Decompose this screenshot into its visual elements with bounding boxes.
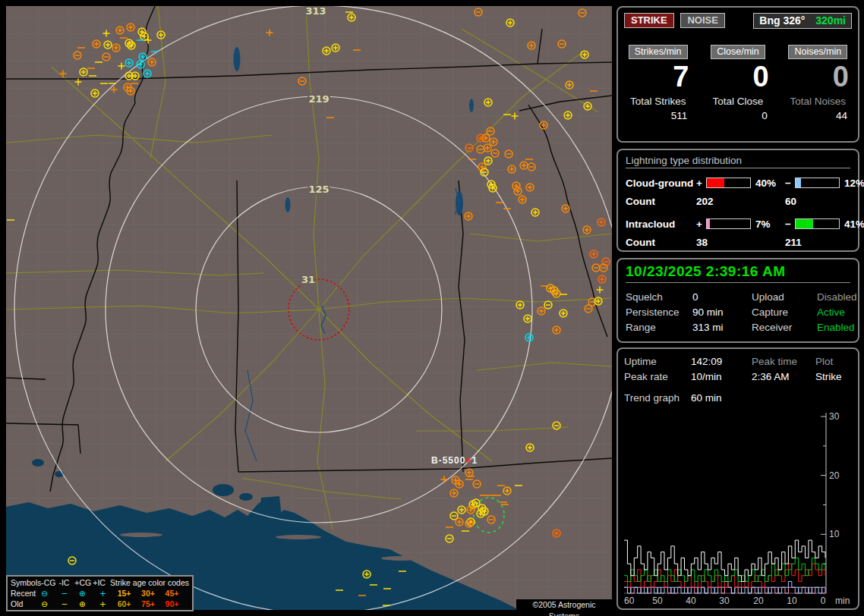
ring-label-31: 31 [301, 274, 315, 285]
age-15: 15+ [118, 589, 141, 598]
total-noises-value: 44 [784, 110, 852, 121]
legend-old-label: Old [11, 599, 41, 608]
strikes-per-min-value: 7 [624, 59, 692, 94]
receiver-status: Enabled [817, 322, 855, 333]
peak-rate-value: 10/min [691, 371, 752, 382]
ic-positive-bar [706, 218, 751, 229]
ic-count-label: Count [626, 237, 696, 248]
close-per-min-button[interactable]: Close/min [711, 45, 765, 59]
x-tick-60: 60 [624, 596, 635, 605]
trend-panel: Uptime 142:09 Peak time Plot Peak rate 1… [616, 347, 859, 610]
legend-neg-ic-label: -IC [58, 578, 74, 587]
trend-graph: 30 20 10 60 50 40 30 20 10 0 min [623, 404, 855, 605]
cg-plus-old-icon: ⊕ [79, 599, 99, 608]
x-tick-0: 0 [821, 596, 826, 605]
plot-mode-value: Strike [815, 371, 852, 382]
datetime-display: 10/23/2025 2:39:16 AM [626, 263, 850, 283]
cg-negative-bar [795, 178, 840, 188]
ic-minus-old-icon: − [61, 599, 79, 608]
persistence-label: Persistence [626, 306, 692, 318]
upload-status: Disabled [817, 291, 857, 303]
ic-plus-old-icon: + [99, 599, 118, 608]
ic-negative-pct: 41% [840, 218, 864, 230]
x-tick-10: 10 [787, 596, 797, 605]
squelch-label: Squelch [626, 291, 692, 303]
legend-pos-cg-label: +CG [74, 578, 93, 587]
receiver-label: Receiver [752, 322, 817, 333]
bearing-value: Bng 326° [759, 14, 805, 27]
plot-label: Plot [815, 356, 852, 367]
total-strikes-value: 511 [624, 110, 692, 121]
cg-count-label: Count [626, 196, 696, 207]
capture-label: Capture [752, 306, 817, 318]
age-30: 30+ [141, 589, 165, 598]
ic-negative-bar [795, 218, 840, 229]
ic-plus-recent-icon: + [99, 589, 118, 598]
noises-per-min-button[interactable]: Noises/min [788, 45, 847, 59]
intracloud-label: Intracloud [626, 218, 696, 230]
storm-cell-label: B-5500+1 [431, 455, 478, 466]
ic-positive-count: 38 [696, 237, 785, 248]
peak-rate-label: Peak rate [624, 371, 691, 382]
symbol-legend: Symbols -CG -IC +CG +IC Strike age color… [6, 575, 194, 611]
map-graphics: 313 219 125 31 [6, 6, 612, 610]
noise-mode-button[interactable]: NOISE [680, 13, 724, 28]
x-tick-20: 20 [753, 596, 764, 605]
range-value: 313 mi [692, 322, 752, 333]
ic-minus-recent-icon: − [61, 589, 79, 598]
cloud-ground-label: Cloud-ground [626, 178, 696, 189]
age-60: 60+ [118, 599, 141, 608]
trend-graph-label: Trend graph [624, 392, 691, 404]
close-per-min-value: 0 [704, 59, 771, 94]
cg-positive-count: 202 [696, 196, 785, 207]
cg-plus-recent-icon: ⊕ [79, 589, 99, 598]
plus-sign: + [696, 218, 706, 230]
x-tick-50: 50 [652, 596, 663, 605]
cg-minus-recent-icon: ⊖ [41, 589, 61, 598]
ring-label-313: 313 [305, 6, 326, 17]
squelch-value: 0 [692, 291, 752, 303]
uptime-value: 142:09 [691, 356, 752, 367]
cg-minus-old-icon: ⊖ [41, 599, 61, 608]
capture-status: Active [817, 306, 850, 318]
strike-counters-panel: STRIKE NOISE Bng 326° 320mi Strikes/min … [616, 6, 859, 143]
minus-sign: − [785, 218, 795, 230]
range-label: Range [626, 322, 692, 333]
ring-label-125: 125 [308, 184, 329, 195]
legend-neg-cg-label: -CG [41, 578, 58, 587]
bearing-range-value: 320mi [815, 14, 846, 27]
ic-negative-count: 211 [785, 237, 850, 248]
total-close-label: Total Close [704, 96, 771, 107]
age-45: 45+ [166, 589, 189, 598]
minus-sign: − [785, 178, 795, 189]
bearing-readout: Bng 326° 320mi [753, 13, 852, 29]
ic-positive-pct: 7% [752, 218, 785, 230]
legend-age-codes-label: Strike age color codes [109, 578, 189, 587]
ring-label-219: 219 [308, 93, 329, 105]
cg-negative-pct: 12% [840, 178, 864, 189]
copyright-text: ©2005 Astrogenic Systems [516, 599, 612, 611]
cg-negative-count: 60 [785, 196, 850, 207]
noises-per-min-value: 0 [784, 59, 852, 94]
plus-sign: + [696, 178, 706, 189]
upload-label: Upload [752, 291, 817, 303]
legend-pos-ic-label: +IC [93, 578, 109, 587]
age-75: 75+ [141, 599, 165, 608]
persistence-value: 90 min [692, 306, 752, 318]
peak-time-label: Peak time [752, 356, 815, 367]
map-canvas[interactable]: 313 219 125 31 B-5500+1 Symbols -CG -IC … [6, 6, 612, 610]
strikes-per-min-button[interactable]: Strikes/min [629, 45, 688, 59]
total-close-value: 0 [704, 110, 771, 121]
legend-recent-row: Recent ⊖ − ⊕ + 15+ 30+ 45+ [11, 588, 189, 599]
y-tick-10: 10 [829, 529, 840, 539]
total-strikes-label: Total Strikes [624, 96, 692, 107]
strike-mode-button[interactable]: STRIKE [624, 13, 674, 28]
distribution-title: Lightning type distribution [626, 155, 850, 168]
peak-time-value: 2:36 AM [752, 371, 815, 382]
x-tick-30: 30 [719, 596, 730, 605]
storm-cell-id: B-5500 [431, 455, 465, 466]
y-tick-20: 20 [829, 470, 840, 481]
cg-positive-pct: 40% [752, 178, 785, 189]
uptime-label: Uptime [624, 356, 691, 367]
legend-old-row: Old ⊖ − ⊕ + 60+ 75+ 90+ [11, 599, 189, 609]
